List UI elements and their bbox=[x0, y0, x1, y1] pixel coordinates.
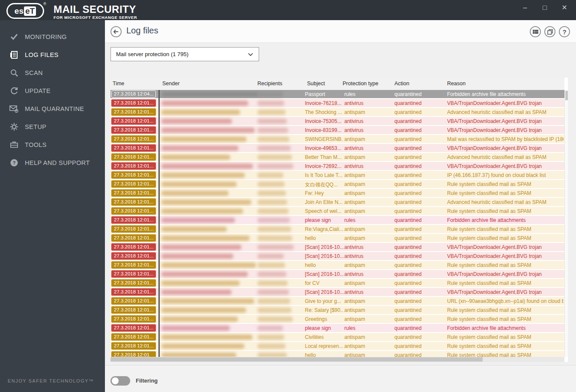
log-row[interactable]: 27.3.2018 12:01...please signrulesquaran… bbox=[110, 324, 564, 333]
eset-logo: eseT ® MAIL SECURITY FOR MICROSOFT EXCHA… bbox=[6, 3, 137, 20]
row-time-badge: 27.3.2018 12:01... bbox=[111, 126, 156, 134]
close-button[interactable]: ✕ bbox=[561, 3, 568, 12]
row-action: quarantined bbox=[394, 235, 445, 241]
column-header-subject[interactable]: Subject bbox=[307, 81, 325, 87]
column-header-time[interactable]: Time bbox=[113, 81, 124, 87]
redacted-sender bbox=[161, 344, 245, 349]
row-reason: Advanced heuristic classified mail as SP… bbox=[447, 154, 564, 160]
back-button[interactable] bbox=[110, 26, 122, 37]
row-time-badge: 27.3.2018 12:01... bbox=[111, 135, 156, 143]
eset-logo-pill: eseT ® bbox=[6, 3, 44, 19]
sidebar-item-tools[interactable]: TOOLS bbox=[0, 136, 105, 154]
log-row[interactable]: 27.3.2018 12:01...Civilitiesantispamquar… bbox=[110, 333, 564, 342]
column-header-sender[interactable]: Sender bbox=[162, 81, 179, 87]
log-type-select[interactable]: Mail server protection (1 795) bbox=[110, 47, 259, 61]
sidebar-item-scan[interactable]: SCAN bbox=[0, 64, 105, 82]
maximize-button[interactable]: □ bbox=[541, 3, 549, 12]
redacted-sender bbox=[161, 290, 232, 295]
copy-windows-button[interactable] bbox=[544, 26, 555, 37]
row-subject: Join An Elite N... bbox=[305, 199, 343, 205]
row-time-badge: 27.3.2018 12:01... bbox=[111, 144, 156, 152]
row-protection-type: antispam bbox=[344, 235, 392, 241]
row-time-badge: 27.3.2018 12:01... bbox=[111, 261, 156, 269]
redacted-sender bbox=[161, 164, 253, 169]
log-row[interactable]: 27.3.2018 12:01...Speech of wel...antisp… bbox=[110, 207, 564, 216]
row-protection-type: antivirus bbox=[344, 244, 392, 250]
app-subtitle: FOR MICROSOFT EXCHANGE SERVER bbox=[54, 15, 137, 20]
sidebar-item-update[interactable]: UPDATE bbox=[0, 82, 105, 100]
row-subject: hello bbox=[305, 235, 343, 241]
row-reason: VBA/TrojanDownloader.Agent.BVG trojan bbox=[447, 253, 564, 259]
log-row[interactable]: 27.3.2018 12:01...[Scan] 2016-10...antiv… bbox=[110, 288, 564, 297]
log-row[interactable]: 27.3.2018 12:01...helloantispamquarantin… bbox=[110, 261, 564, 270]
row-action: quarantined bbox=[394, 172, 445, 178]
log-row[interactable]: 27.3.2018 12:01...for CVantispamquaranti… bbox=[110, 279, 564, 288]
log-row[interactable]: 27.3.2018 12:01...[Scan] 2016-10...antiv… bbox=[110, 243, 564, 252]
log-row[interactable]: 27.3.2018 12:01...Local represen...antis… bbox=[110, 342, 564, 351]
row-reason: Rule system classified mail as SPAM bbox=[447, 235, 564, 241]
column-header-reason[interactable]: Reason bbox=[447, 81, 466, 87]
help-button[interactable]: ? bbox=[559, 26, 570, 37]
row-protection-type: antispam bbox=[344, 226, 392, 232]
row-subject: Is It Too Late T... bbox=[305, 172, 343, 178]
log-row[interactable]: 27.3.2018 12:01...The Shocking ...antisp… bbox=[110, 108, 564, 117]
log-row[interactable]: 27.3.2018 12:01...Join An Elite N...anti… bbox=[110, 198, 564, 207]
log-row[interactable]: 27.3.2018 12:01...Invoice-49653...antivi… bbox=[110, 144, 564, 153]
row-subject: hello bbox=[305, 262, 343, 268]
sidebar-item-monitoring[interactable]: MONITORING bbox=[0, 28, 105, 46]
column-header-action[interactable]: Action bbox=[394, 81, 409, 87]
log-row[interactable]: 27.3.2018 12:01...Greetingsantispamquara… bbox=[110, 315, 564, 324]
row-time-badge: 27.3.2018 12:01... bbox=[111, 279, 156, 287]
log-row[interactable]: 27.3.2018 12:01...SWINGERSINB...antispam… bbox=[110, 135, 564, 144]
filtering-toggle[interactable] bbox=[110, 376, 130, 386]
redacted-recipients bbox=[257, 317, 293, 322]
sidebar-item-mail-quarantine[interactable]: MAIL QUARANTINE bbox=[0, 100, 105, 118]
log-row[interactable]: 27.3.2018 12:01...[Scan] 2016-10...antiv… bbox=[110, 270, 564, 279]
sidebar-item-setup[interactable]: SETUP bbox=[0, 118, 105, 136]
row-reason: Forbidden archive file attachments bbox=[447, 325, 564, 331]
minimize-button[interactable]: – bbox=[521, 3, 529, 12]
page-header: Log files ? bbox=[105, 20, 576, 43]
list-view-button[interactable] bbox=[530, 26, 541, 37]
horizontal-scrollbar-thumb[interactable] bbox=[110, 357, 483, 362]
log-row[interactable]: 27.3.2018 12:01...女白领在QQ...antispamquara… bbox=[110, 180, 564, 189]
row-subject: Civilities bbox=[305, 334, 343, 340]
log-row[interactable]: 27.3.2018 12:01...Fw: Heyantispamquarant… bbox=[110, 189, 564, 198]
sidebar-item-log-files[interactable]: LOG FILES bbox=[0, 46, 105, 64]
row-time-badge: 27.3.2018 12:01... bbox=[111, 198, 156, 206]
log-row[interactable]: 27.3.2018 12:01...Re:Viagra,Ciali...anti… bbox=[110, 225, 564, 234]
vertical-scrollbar[interactable] bbox=[564, 90, 568, 357]
log-row[interactable]: 27.3.2018 12:01...Invoice-76218...antivi… bbox=[110, 99, 564, 108]
row-subject: Fw: Hey bbox=[305, 190, 343, 196]
log-row[interactable]: 27.3.2018 12:04...Passportrulesquarantin… bbox=[110, 90, 564, 99]
row-reason: VBA/TrojanDownloader.Agent.BVG trojan bbox=[447, 163, 564, 169]
time-column-divider bbox=[158, 90, 160, 357]
log-row[interactable]: 27.3.2018 12:01...Re: Salary [$90...anti… bbox=[110, 306, 564, 315]
magnifier-icon bbox=[9, 68, 19, 78]
column-header-protection-type[interactable]: Protection type bbox=[343, 81, 378, 87]
log-row[interactable]: 27.3.2018 12:01...Is It Too Late T...ant… bbox=[110, 171, 564, 180]
row-protection-type: antispam bbox=[344, 280, 392, 286]
log-row[interactable]: 27.3.2018 12:01...Invoice-72692...antivi… bbox=[110, 162, 564, 171]
sidebar-item-help-and-support[interactable]: ? HELP AND SUPPORT bbox=[0, 154, 105, 172]
row-time-badge: 27.3.2018 12:01... bbox=[111, 243, 156, 251]
log-row[interactable]: 27.3.2018 12:01...Invoice-75305...antivi… bbox=[110, 117, 564, 126]
column-header-recipients[interactable]: Recipients bbox=[257, 81, 282, 87]
log-row[interactable]: 27.3.2018 12:01...Better Than M...antisp… bbox=[110, 153, 564, 162]
vertical-scrollbar-thumb[interactable] bbox=[565, 91, 568, 100]
app-title: MAIL SECURITY bbox=[54, 4, 137, 15]
log-row[interactable]: 27.3.2018 12:01...Invoice-83199...antivi… bbox=[110, 126, 564, 135]
log-row[interactable]: 27.3.2018 12:01...Give to your g...antis… bbox=[110, 297, 564, 306]
redacted-recipients bbox=[257, 299, 290, 304]
page-title: Log files bbox=[126, 26, 158, 36]
row-time-badge: 27.3.2018 12:01... bbox=[111, 315, 156, 323]
log-row[interactable]: 27.3.2018 12:01...[Scan] 2016-10...antiv… bbox=[110, 252, 564, 261]
log-row[interactable]: 27.3.2018 12:01...helloantispamquarantin… bbox=[110, 234, 564, 243]
log-row[interactable]: 27.3.2018 12:01helloantispamquarantinedR… bbox=[110, 351, 564, 357]
redacted-recipients bbox=[257, 353, 287, 357]
row-protection-type: antispam bbox=[344, 136, 392, 142]
log-row[interactable]: 27.3.2018 12:01...please signrulesquaran… bbox=[110, 216, 564, 225]
redacted-sender bbox=[161, 227, 227, 232]
horizontal-scrollbar[interactable] bbox=[110, 357, 564, 362]
row-time-badge: 27.3.2018 12:01... bbox=[111, 189, 156, 197]
